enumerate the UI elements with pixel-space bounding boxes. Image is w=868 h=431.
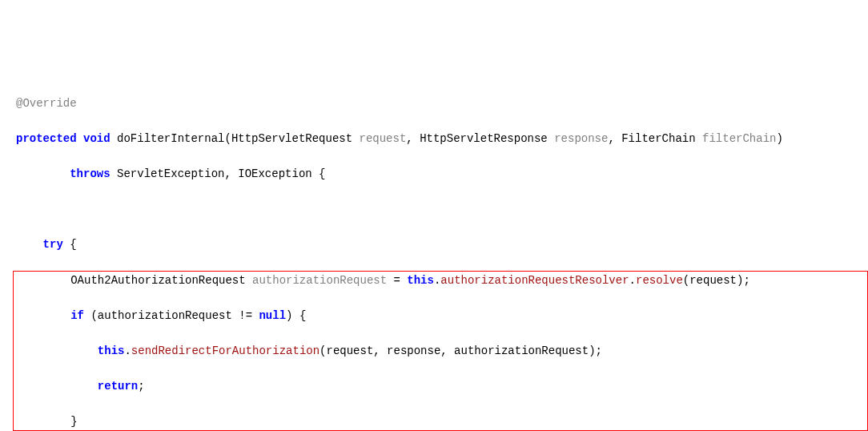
type: HttpServletResponse [420,132,554,145]
keyword: return [98,380,138,393]
keyword: if [70,309,84,322]
param: filterChain [702,132,776,145]
member: authorizationRequestResolver [440,274,629,287]
type: HttpServletRequest [231,132,360,145]
variable: authorizationRequest [252,274,387,287]
args: (request); [683,274,750,287]
code-line: try { [16,236,868,253]
comma: , [406,132,420,145]
method-name: doFilterInternal [117,132,224,145]
highlight-region: OAuth2AuthorizationRequest authorization… [13,271,868,431]
code-line: return; [17,377,864,395]
semi: ; [138,380,144,393]
keyword: throws [70,167,110,180]
text: ) { [286,309,306,322]
code-line: throws ServletException, IOException { [16,165,868,183]
keyword: protected [16,132,77,145]
code-line [16,200,868,218]
type: FilterChain [621,132,702,145]
keyword: this [407,274,434,287]
text: (authorizationRequest != [84,309,259,322]
brace: } [70,415,77,428]
code-line: @Override [16,95,868,112]
param: response [554,132,608,145]
comma: , [608,132,621,145]
code-line: if (authorizationRequest != null) { [17,307,864,324]
member: sendRedirectForAuthorization [131,344,319,357]
param: request [360,132,407,145]
dot: . [629,274,636,287]
code-line: this.sendRedirectForAuthorization(reques… [17,342,864,360]
type: OAuth2AuthorizationRequest [70,274,252,287]
dot: . [124,344,131,357]
keyword: this [98,344,125,357]
keyword: void [83,132,111,145]
args: (request, response, authorizationRequest… [319,344,602,357]
code-line: OAuth2AuthorizationRequest authorization… [17,272,864,289]
annotation-override: @Override [16,97,77,110]
operator: = [387,274,407,287]
paren: ) [776,132,782,145]
code-line: protected void doFilterInternal(HttpServ… [16,130,868,147]
text: ServletException, IOException { [111,167,326,180]
keyword: null [259,309,286,322]
code-line: } [17,413,864,430]
member: resolve [636,274,683,287]
text: { [63,238,77,251]
keyword: try [43,238,63,251]
paren: ( [224,132,231,145]
code-block: @Override protected void doFilterInterna… [0,70,868,431]
